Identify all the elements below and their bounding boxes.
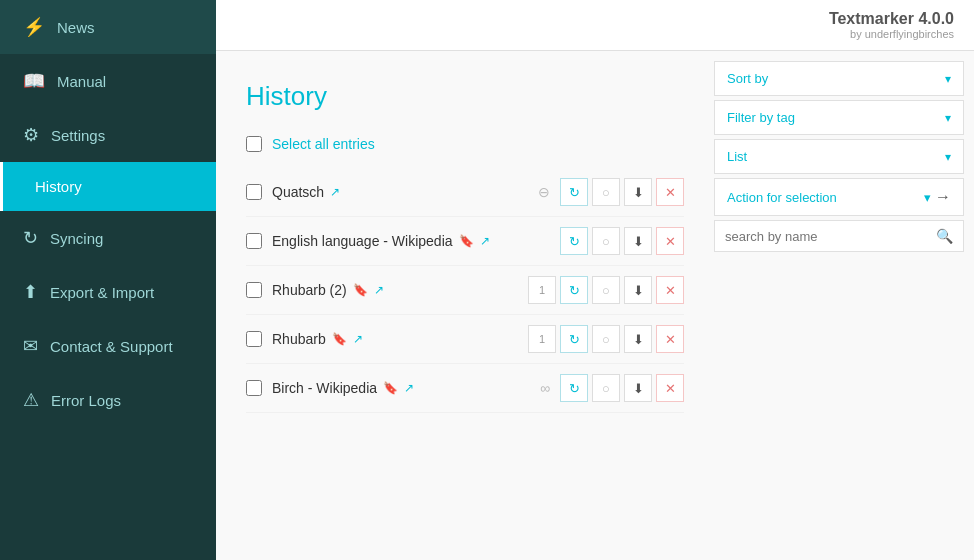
refresh-button[interactable]: ↻ [560,374,588,402]
list-item: Rhubarb🔖↗1↻○⬇✕ [246,315,684,364]
refresh-button[interactable]: ↻ [560,325,588,353]
external-link-icon[interactable]: ↗ [404,381,414,395]
external-link-icon[interactable]: ↗ [374,283,384,297]
empty-button[interactable]: ○ [592,325,620,353]
app-name: Textmarker 4.0.0 [829,10,954,28]
list-item: English language - Wikipedia🔖↗↻○⬇✕ [246,217,684,266]
external-link-icon[interactable]: ↗ [480,234,490,248]
tag-icon: 🔖 [459,234,474,248]
item-actions: ↻○⬇✕ [560,227,684,255]
sidebar-label-export-import: Export & Import [50,284,154,301]
action-for-selection-row[interactable]: Action for selection ▾ → [714,178,964,216]
external-link-icon[interactable]: ↗ [353,332,363,346]
item-checkbox[interactable] [246,331,262,347]
item-checkbox[interactable] [246,184,262,200]
tag-icon: 🔖 [383,381,398,395]
action-for-selection-label: Action for selection [727,190,837,205]
sort-by-label: Sort by [727,71,768,86]
contact-icon: ✉ [23,335,38,357]
sidebar-item-export-import[interactable]: ⬆ Export & Import [0,265,216,319]
empty-button[interactable]: ○ [592,227,620,255]
controls-panel: Sort by ▾ Filter by tag ▾ List ▾ Action … [714,51,974,560]
item-name: Rhubarb🔖↗ [272,331,518,347]
empty-button[interactable]: ○ [592,178,620,206]
main-area: Textmarker 4.0.0 by underflyingbirches H… [216,0,974,560]
remove-button[interactable]: ✕ [656,227,684,255]
sort-by-chevron-icon: ▾ [945,72,951,86]
empty-button[interactable]: ○ [592,374,620,402]
search-icon: 🔍 [936,228,953,244]
item-checkbox[interactable] [246,233,262,249]
select-all-label[interactable]: Select all entries [272,136,375,152]
manual-icon: 📖 [23,70,45,92]
sidebar-label-error-logs: Error Logs [51,392,121,409]
item-actions: ⊖↻○⬇✕ [538,178,684,206]
item-status: ⊖ [538,184,550,200]
empty-button[interactable]: ○ [592,276,620,304]
item-actions: 1↻○⬇✕ [528,276,684,304]
list-chevron-icon: ▾ [945,150,951,164]
content-area: History Select all entries Quatsch↗⊖↻○⬇✕… [216,51,974,560]
download-button[interactable]: ⬇ [624,325,652,353]
syncing-icon: ↻ [23,227,38,249]
item-actions: ∞↻○⬇✕ [540,374,684,402]
item-name: Birch - Wikipedia🔖↗ [272,380,530,396]
sidebar-item-error-logs[interactable]: ⚠ Error Logs [0,373,216,427]
search-input[interactable] [725,229,936,244]
entries-list: Quatsch↗⊖↻○⬇✕English language - Wikipedi… [246,168,684,413]
download-button[interactable]: ⬇ [624,227,652,255]
list-item: Rhubarb (2)🔖↗1↻○⬇✕ [246,266,684,315]
sidebar-item-settings[interactable]: ⚙ Settings [0,108,216,162]
sidebar-item-contact-support[interactable]: ✉ Contact & Support [0,319,216,373]
sidebar-item-manual[interactable]: 📖 Manual [0,54,216,108]
download-button[interactable]: ⬇ [624,276,652,304]
search-box: 🔍 [714,220,964,252]
list-item: Birch - Wikipedia🔖↗∞↻○⬇✕ [246,364,684,413]
item-num-btn[interactable]: 1 [528,276,556,304]
filter-by-tag-dropdown[interactable]: Filter by tag ▾ [714,100,964,135]
select-all-row: Select all entries [246,136,684,152]
select-all-checkbox[interactable] [246,136,262,152]
item-name: Quatsch↗ [272,184,528,200]
item-checkbox[interactable] [246,380,262,396]
sidebar-label-syncing: Syncing [50,230,103,247]
remove-button[interactable]: ✕ [656,276,684,304]
item-name: English language - Wikipedia🔖↗ [272,233,550,249]
item-actions: 1↻○⬇✕ [528,325,684,353]
sidebar-item-news[interactable]: ⚡ News [0,0,216,54]
action-chevron-icon: ▾ [924,190,931,205]
refresh-button[interactable]: ↻ [560,276,588,304]
download-button[interactable]: ⬇ [624,178,652,206]
tag-icon: 🔖 [332,332,347,346]
action-arrow-icon: → [935,188,951,206]
item-checkbox[interactable] [246,282,262,298]
external-link-icon[interactable]: ↗ [330,185,340,199]
sidebar-item-history[interactable]: History [0,162,216,211]
export-import-icon: ⬆ [23,281,38,303]
sidebar-label-history: History [35,178,82,195]
app-subtitle: by underflyingbirches [829,28,954,40]
remove-button[interactable]: ✕ [656,374,684,402]
history-panel: History Select all entries Quatsch↗⊖↻○⬇✕… [216,51,714,560]
settings-icon: ⚙ [23,124,39,146]
sidebar-item-syncing[interactable]: ↻ Syncing [0,211,216,265]
remove-button[interactable]: ✕ [656,178,684,206]
sidebar-label-settings: Settings [51,127,105,144]
item-num-btn[interactable]: 1 [528,325,556,353]
sidebar-label-news: News [57,19,95,36]
page-title: History [246,81,684,112]
sidebar: ⚡ News 📖 Manual ⚙ Settings History ↻ Syn… [0,0,216,560]
refresh-button[interactable]: ↻ [560,178,588,206]
top-bar: Textmarker 4.0.0 by underflyingbirches [216,0,974,51]
refresh-button[interactable]: ↻ [560,227,588,255]
item-infinity-status: ∞ [540,380,550,396]
sort-by-dropdown[interactable]: Sort by ▾ [714,61,964,96]
news-icon: ⚡ [23,16,45,38]
tag-icon: 🔖 [353,283,368,297]
app-title: Textmarker 4.0.0 by underflyingbirches [829,10,954,40]
list-dropdown[interactable]: List ▾ [714,139,964,174]
item-name: Rhubarb (2)🔖↗ [272,282,518,298]
download-button[interactable]: ⬇ [624,374,652,402]
list-item: Quatsch↗⊖↻○⬇✕ [246,168,684,217]
remove-button[interactable]: ✕ [656,325,684,353]
